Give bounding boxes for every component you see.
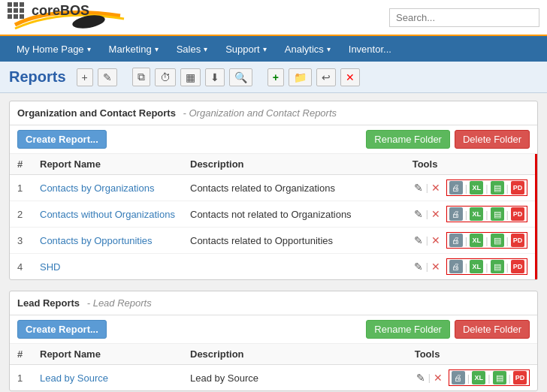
green-icon[interactable]: ▤ bbox=[491, 260, 504, 273]
toolbar-greenplus-btn[interactable]: + bbox=[267, 68, 284, 86]
pdf-icon[interactable]: PD bbox=[511, 260, 524, 273]
delete-icon[interactable]: ✕ bbox=[430, 181, 442, 194]
row-desc: Contacts related to Organizations bbox=[183, 175, 405, 201]
export-tools-group: 🖨 | XL | ▤ | PD bbox=[446, 232, 527, 249]
row-num: 1 bbox=[10, 365, 32, 391]
green-icon[interactable]: ▤ bbox=[491, 234, 504, 247]
report-link[interactable]: Contacts by Organizations bbox=[40, 182, 154, 194]
pipe-sep2: | bbox=[485, 261, 488, 273]
report-link[interactable]: SHD bbox=[40, 261, 60, 273]
nav-sales[interactable]: Sales ▾ bbox=[168, 38, 217, 61]
pipe-sep3: | bbox=[506, 209, 509, 220]
nav-home-arrow: ▾ bbox=[87, 45, 91, 53]
nav-home[interactable]: My Home Page ▾ bbox=[8, 38, 100, 61]
xls-icon[interactable]: XL bbox=[470, 207, 483, 221]
toolbar-download-btn[interactable]: ⬇ bbox=[205, 68, 225, 86]
nav-marketing-arrow: ▾ bbox=[155, 45, 159, 53]
create-report-btn-1[interactable]: Create Report... bbox=[17, 130, 107, 149]
toolbar-search-btn[interactable]: 🔍 bbox=[229, 68, 252, 86]
row-name: SHD bbox=[32, 254, 183, 280]
lead-table-header-row: # Report Name Description Tools bbox=[10, 344, 537, 365]
edit-icon[interactable]: ✎ bbox=[413, 234, 425, 247]
nav-analytics-label: Analytics bbox=[285, 44, 324, 55]
report-link[interactable]: Contacts by Opportunities bbox=[40, 235, 153, 246]
search-input[interactable] bbox=[389, 8, 539, 27]
pipe-sep2: | bbox=[485, 182, 488, 194]
toolbar-copy-btn[interactable]: ⧉ bbox=[132, 68, 150, 86]
row-num: 2 bbox=[10, 201, 32, 228]
toolbar-edit-btn[interactable]: ✎ bbox=[98, 68, 117, 86]
pdf-icon[interactable]: PD bbox=[511, 181, 524, 194]
nav-marketing[interactable]: Marketing ▾ bbox=[100, 38, 168, 61]
delete-icon[interactable]: ✕ bbox=[430, 260, 442, 273]
edit-icon[interactable]: ✎ bbox=[413, 207, 425, 221]
lead-col-header-desc: Description bbox=[183, 344, 407, 365]
edit-icon[interactable]: ✎ bbox=[413, 260, 425, 273]
xls-icon[interactable]: XL bbox=[470, 181, 483, 194]
row-num: 4 bbox=[10, 254, 32, 280]
delete-icon[interactable]: ✕ bbox=[430, 207, 442, 221]
nav-support-label: Support bbox=[225, 44, 260, 55]
create-report-btn-2[interactable]: Create Report... bbox=[17, 320, 107, 339]
row-tools: ✎ | ✕ 🖨 | XL | ▤ | PD bbox=[405, 175, 536, 201]
green-icon[interactable]: ▤ bbox=[491, 207, 504, 221]
xls-icon[interactable]: XL bbox=[472, 371, 485, 384]
xls-icon[interactable]: XL bbox=[470, 260, 483, 273]
tool-sep-1: | bbox=[426, 261, 428, 272]
report-link[interactable]: Contacts without Organizations bbox=[40, 209, 175, 220]
print-icon[interactable]: 🖨 bbox=[449, 234, 463, 247]
pdf-icon[interactable]: PD bbox=[513, 371, 527, 384]
pdf-icon[interactable]: PD bbox=[511, 234, 524, 247]
pipe-sep2: | bbox=[485, 235, 488, 246]
page-header: Reports + ✎ ⧉ ⏱ ▦ ⬇ 🔍 + 📁 ↩ ✕ bbox=[0, 62, 547, 93]
table-header-row: # Report Name Description Tools bbox=[10, 154, 536, 175]
print-icon[interactable]: 🖨 bbox=[452, 371, 465, 384]
folder-org-contact-header: Organization and Contact Reports - Organ… bbox=[10, 101, 537, 125]
export-tools-group: 🖨 | XL | ▤ | PD bbox=[449, 369, 530, 386]
lead-table: # Report Name Description Tools 1 Lead b… bbox=[10, 344, 537, 390]
pipe-sep: | bbox=[467, 372, 470, 384]
pdf-icon[interactable]: PD bbox=[511, 207, 524, 221]
search-box[interactable] bbox=[389, 8, 539, 27]
row-name: Contacts without Organizations bbox=[32, 201, 183, 228]
toolbar-clock-btn[interactable]: ⏱ bbox=[155, 68, 176, 86]
toolbar-add-btn[interactable]: + bbox=[77, 68, 93, 86]
delete-folder-btn-2[interactable]: Delete Folder bbox=[455, 320, 530, 339]
table-row: 2 Contacts without Organizations Contact… bbox=[10, 201, 536, 228]
tools-cell: ✎ | ✕ 🖨 | XL | ▤ | PD bbox=[413, 232, 527, 249]
nav-inventory[interactable]: Inventor... bbox=[340, 38, 400, 61]
report-link[interactable]: Lead by Source bbox=[40, 372, 108, 384]
green-icon[interactable]: ▤ bbox=[493, 371, 506, 384]
delete-icon[interactable]: ✕ bbox=[432, 371, 444, 384]
print-icon[interactable]: 🖨 bbox=[449, 181, 463, 194]
xls-icon[interactable]: XL bbox=[470, 234, 483, 247]
edit-icon[interactable]: ✎ bbox=[413, 181, 425, 194]
folder-lead-subtitle: - Lead Reports bbox=[87, 297, 152, 309]
green-icon[interactable]: ▤ bbox=[491, 181, 504, 194]
print-icon[interactable]: 🖨 bbox=[449, 207, 463, 221]
toolbar-undo-btn[interactable]: ↩ bbox=[316, 68, 336, 86]
org-contact-table: # Report Name Description Tools 1 Contac… bbox=[10, 154, 537, 279]
nav-sales-arrow: ▾ bbox=[204, 45, 207, 53]
nav-sales-label: Sales bbox=[177, 44, 201, 55]
print-icon[interactable]: 🖨 bbox=[449, 260, 463, 273]
toolbar-delete-btn[interactable]: ✕ bbox=[340, 68, 360, 86]
edit-icon[interactable]: ✎ bbox=[415, 371, 427, 384]
tools-cell: ✎ | ✕ 🖨 | XL | ▤ | PD bbox=[413, 258, 527, 275]
nav-marketing-label: Marketing bbox=[109, 44, 152, 55]
nav-analytics[interactable]: Analytics ▾ bbox=[276, 38, 340, 61]
delete-icon[interactable]: ✕ bbox=[430, 234, 442, 247]
rename-folder-btn-2[interactable]: Rename Folder bbox=[366, 320, 450, 339]
toolbar-table-btn[interactable]: ▦ bbox=[180, 68, 201, 86]
table-row: 1 Contacts by Organizations Contacts rel… bbox=[10, 175, 536, 201]
folder-org-contact-actions: Create Report... Rename Folder Delete Fo… bbox=[10, 125, 537, 154]
toolbar-folder-btn[interactable]: 📁 bbox=[289, 68, 312, 86]
table-row: 3 Contacts by Opportunities Contacts rel… bbox=[10, 228, 536, 254]
delete-folder-btn-1[interactable]: Delete Folder bbox=[455, 130, 530, 149]
row-tools: ✎ | ✕ 🖨 | XL | ▤ | PD bbox=[405, 201, 536, 228]
tool-sep-1: | bbox=[426, 182, 428, 193]
rename-folder-btn-1[interactable]: Rename Folder bbox=[366, 130, 450, 149]
nav-support[interactable]: Support ▾ bbox=[216, 38, 276, 61]
row-name: Contacts by Organizations bbox=[32, 175, 183, 201]
row-name: Lead by Source bbox=[32, 365, 183, 391]
